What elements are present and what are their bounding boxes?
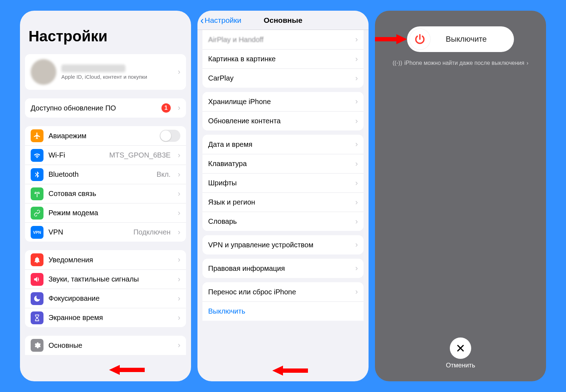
language-row[interactable]: Язык и регион› (202, 192, 364, 212)
chevron-right-icon: › (178, 341, 180, 350)
chevron-right-icon: › (355, 217, 358, 226)
chevron-right-icon: › (178, 151, 180, 160)
shutdown-row[interactable]: Выключить (202, 301, 364, 321)
row-label: VPN (48, 228, 63, 236)
row-label: Фокусирование (48, 294, 99, 303)
screentime-row[interactable]: Экранное время › (25, 308, 186, 327)
keyboard-row[interactable]: Клавиатура› (202, 154, 364, 173)
dictionary-row[interactable]: Словарь› (202, 212, 364, 231)
airplane-icon (31, 129, 43, 142)
cancel-label: Отменить (446, 362, 475, 369)
chevron-right-icon: › (178, 170, 180, 179)
gear-icon (31, 339, 43, 352)
hotspot-row[interactable]: Режим модема › (25, 203, 186, 222)
airplay-handoff-row[interactable]: AirPlay и Handoff› (202, 30, 364, 49)
chevron-right-icon: › (355, 55, 358, 64)
slide-label: Выключите (431, 35, 512, 44)
wifi-row[interactable]: Wi-Fi MTS_GPON_6B3E › (25, 145, 186, 165)
general-row[interactable]: Основные › (25, 336, 186, 355)
avatar (31, 59, 56, 85)
back-button[interactable]: ‹ Настройки (200, 16, 241, 25)
back-label: Настройки (205, 16, 241, 25)
chevron-right-icon: › (178, 103, 180, 113)
chevron-right-icon: › (178, 313, 180, 323)
apple-id-subtitle: Apple ID, iCloud, контент и покупки (61, 74, 171, 80)
chevron-right-icon: › (355, 179, 358, 188)
notifications-row[interactable]: Уведомления › (25, 250, 186, 269)
chevron-right-icon: › (355, 159, 358, 169)
alerts-group: Уведомления › Звуки, тактильные сигналы … (25, 250, 186, 327)
vpn-row[interactable]: VPN VPN Подключен › (25, 222, 186, 242)
apple-id-name-blurred (61, 65, 125, 72)
row-label: Экранное время (48, 314, 103, 322)
chevron-right-icon: › (526, 60, 528, 66)
airplane-row[interactable]: Авиарежим (25, 126, 186, 145)
moon-icon (31, 292, 43, 305)
focus-row[interactable]: Фокусирование › (25, 289, 186, 308)
settings-root-screen: Настройки Apple ID, iCloud, контент и по… (20, 11, 191, 381)
reset-row[interactable]: Перенос или сброс iPhone› (202, 282, 364, 301)
row-label: Bluetooth (48, 170, 79, 179)
general-group: Основные › (25, 336, 186, 355)
sounds-row[interactable]: Звуки, тактильные сигналы › (25, 269, 186, 289)
chevron-right-icon: › (178, 208, 180, 218)
storage-group: Хранилище iPhone› Обновление контента› (202, 92, 364, 130)
chevron-right-icon: › (355, 198, 358, 207)
chevron-right-icon: › (178, 228, 180, 237)
bluetooth-icon (31, 168, 43, 181)
vpn-management-row[interactable]: VPN и управление устройством› (202, 235, 364, 254)
chevron-right-icon: › (355, 97, 358, 106)
chevron-right-icon: › (355, 74, 358, 83)
antenna-icon (31, 187, 43, 200)
cellular-row[interactable]: Сотовая связь › (25, 184, 186, 203)
chevron-right-icon: › (178, 189, 180, 198)
update-group: Доступно обновление ПО 1 › (25, 98, 186, 118)
legal-row[interactable]: Правовая информация› (202, 259, 364, 278)
content-refresh-row[interactable]: Обновление контента› (202, 111, 364, 130)
chevron-right-icon: › (355, 240, 358, 249)
bell-icon (31, 253, 43, 266)
svg-marker-2 (375, 34, 407, 44)
row-value: MTS_GPON_6B3E (109, 151, 170, 159)
row-label: Доступно обновление ПО (31, 104, 116, 112)
carplay-row[interactable]: CarPlay› (202, 68, 364, 88)
row-label: Wi-Fi (48, 151, 65, 159)
find-my-notice[interactable]: ((◦)) iPhone можно найти даже после выкл… (393, 60, 529, 66)
chevron-right-icon: › (178, 255, 180, 264)
row-label: Уведомления (48, 256, 93, 264)
vpn-icon: VPN (31, 226, 43, 239)
pip-row[interactable]: Картинка в картинке› (202, 49, 364, 68)
location-icon: ((◦)) (393, 60, 402, 66)
annotation-arrow-icon (375, 32, 407, 46)
chevron-right-icon: › (355, 35, 358, 44)
bluetooth-row[interactable]: Bluetooth Вкл. › (25, 165, 186, 184)
power-icon[interactable] (409, 29, 431, 50)
nav-title: Основные (264, 16, 303, 25)
cancel-button[interactable] (450, 337, 471, 359)
software-update-row[interactable]: Доступно обновление ПО 1 › (25, 98, 186, 118)
link-icon (31, 207, 43, 220)
chevron-right-icon: › (355, 287, 358, 296)
chevron-right-icon: › (355, 140, 358, 149)
datetime-row[interactable]: Дата и время› (202, 135, 364, 154)
row-label: Сотовая связь (48, 190, 96, 198)
apple-id-row[interactable]: Apple ID, iCloud, контент и покупки › (25, 54, 186, 90)
connectivity-group: Авиарежим Wi-Fi MTS_GPON_6B3E › Bluetoot… (25, 126, 186, 242)
slide-to-power-off[interactable]: Выключите (407, 26, 514, 52)
fonts-row[interactable]: Шрифты› (202, 173, 364, 192)
settings-general-screen: ‹ Настройки Основные AirPlay и Handoff› … (197, 11, 369, 381)
chevron-right-icon: › (355, 117, 358, 126)
vpn-mgmt-group: VPN и управление устройством› (202, 235, 364, 254)
chevron-right-icon: › (355, 264, 358, 273)
row-label: Звуки, тактильные сигналы (48, 275, 139, 283)
chevron-right-icon: › (178, 275, 180, 284)
hourglass-icon (31, 311, 43, 324)
storage-row[interactable]: Хранилище iPhone› (202, 92, 364, 111)
airplane-toggle[interactable] (160, 130, 180, 142)
row-label: Основные (48, 341, 82, 350)
chevron-right-icon: › (178, 67, 180, 77)
row-value: Подключен (133, 228, 171, 236)
update-badge: 1 (161, 103, 171, 113)
row-label: Авиарежим (48, 132, 87, 140)
page-title: Настройки (20, 11, 191, 50)
